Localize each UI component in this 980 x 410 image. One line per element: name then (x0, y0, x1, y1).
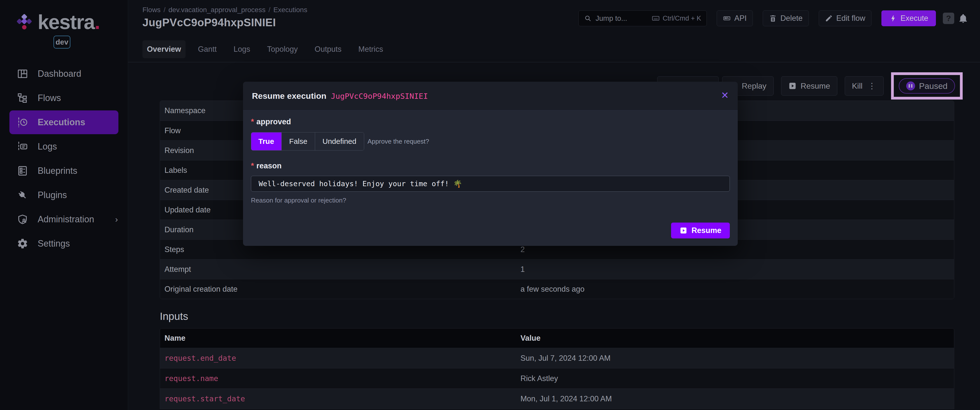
logs-icon (17, 141, 28, 152)
required-asterisk: * (251, 161, 254, 170)
sidebar-item-executions[interactable]: Executions (10, 110, 118, 134)
sidebar-item-plugins[interactable]: Plugins (0, 183, 128, 207)
sidebar-menu: Dashboard Flows Executions Logs (0, 62, 128, 256)
dashboard-icon (17, 68, 28, 79)
inputs-table: Name Value request.end_dateSun, Jul 7, 2… (160, 328, 954, 409)
pause-circle-icon (906, 81, 915, 91)
play-box-icon (788, 82, 797, 90)
approved-option-true[interactable]: True (251, 132, 282, 151)
modal-execution-id: JugPVcC9oP94hxpSINIEI (331, 92, 428, 100)
search-shortcut: Ctrl/Cmd + K (652, 14, 701, 22)
table-row: request.nameRick Astley (160, 368, 954, 388)
approved-segmented-control: True False Undefined (251, 132, 364, 151)
trash-icon (769, 14, 777, 22)
kill-button[interactable]: Kill ⋮ (845, 76, 884, 95)
required-asterisk: * (251, 118, 254, 126)
sidebar-item-flows[interactable]: Flows (0, 86, 128, 110)
kill-dropdown-icon[interactable]: ⋮ (868, 81, 877, 91)
execute-button[interactable]: Execute (881, 10, 936, 26)
tab-topology[interactable]: Topology (262, 40, 302, 58)
table-row: request.end_dateSun, Jul 7, 2024 12:00 A… (160, 348, 954, 368)
modal-body: * approved True False Undefined Approve … (243, 110, 738, 246)
close-icon[interactable]: ✕ (721, 91, 729, 100)
administration-icon (17, 214, 28, 225)
execution-tabs: Overview Gantt Logs Topology Outputs Met… (128, 37, 980, 62)
annotation-highlight-box: Paused (891, 72, 963, 100)
inputs-table-header: Name Value (160, 329, 954, 348)
tab-logs[interactable]: Logs (229, 40, 255, 58)
help-button[interactable]: ? (943, 13, 954, 24)
sidebar-item-logs[interactable]: Logs (0, 135, 128, 159)
breadcrumb-namespace[interactable]: dev.vacation_approval_process (169, 6, 266, 14)
approved-helper-text: Approve the request? (368, 138, 429, 145)
blueprints-icon (17, 165, 28, 176)
settings-icon (17, 238, 28, 249)
flows-icon (17, 92, 28, 104)
approved-control-row: True False Undefined Approve the request… (251, 132, 730, 151)
modal-header: Resume execution JugPVcC9oP94hxpSINIEI ✕ (243, 82, 738, 110)
api-icon (723, 14, 731, 22)
delete-button[interactable]: Delete (763, 10, 809, 26)
tab-metrics[interactable]: Metrics (354, 40, 388, 58)
sidebar-item-blueprints[interactable]: Blueprints (0, 159, 128, 183)
edit-flow-button[interactable]: Edit flow (819, 10, 872, 26)
kestra-logo-icon (16, 14, 32, 31)
sidebar-item-dashboard[interactable]: Dashboard (0, 62, 128, 86)
api-button[interactable]: API (717, 10, 753, 26)
kestra-app: kestra. dev Dashboard Flows Executions (0, 0, 980, 410)
approved-option-false[interactable]: False (282, 132, 315, 150)
kestra-logo-text: kestra. (38, 13, 100, 31)
resume-execution-modal: Resume execution JugPVcC9oP94hxpSINIEI ✕… (243, 82, 738, 246)
modal-resume-button[interactable]: Resume (671, 222, 730, 238)
executions-icon (17, 117, 28, 128)
play-box-icon (679, 227, 687, 234)
approved-field-label: * approved (251, 118, 730, 126)
kestra-logo[interactable]: kestra. (16, 13, 128, 31)
search-placeholder: Jump to... (595, 14, 627, 22)
search-input[interactable]: Jump to... Ctrl/Cmd + K (578, 10, 707, 26)
reason-field-label: * reason (251, 161, 730, 170)
reason-input[interactable]: Well-deserved holidays! Enjoy your time … (251, 176, 730, 192)
breadcrumb-executions[interactable]: Executions (273, 6, 307, 14)
sidebar-item-settings[interactable]: Settings (0, 232, 128, 256)
tab-gantt[interactable]: Gantt (194, 40, 221, 58)
pencil-icon (825, 14, 833, 22)
plugins-icon (17, 189, 28, 201)
lightning-icon (889, 14, 897, 22)
approved-option-undefined[interactable]: Undefined (315, 132, 364, 150)
notifications-bell-icon[interactable] (958, 13, 968, 23)
breadcrumb-flows[interactable]: Flows (142, 6, 161, 14)
tab-overview[interactable]: Overview (142, 40, 186, 58)
modal-title: Resume execution (252, 91, 326, 101)
tab-outputs[interactable]: Outputs (310, 40, 346, 58)
table-row: request.start_dateMon, Jul 1, 2024 12:00… (160, 388, 954, 409)
environment-badge: dev (54, 36, 70, 49)
table-row: Attempt1 (160, 259, 954, 279)
modal-footer: Resume (671, 222, 730, 238)
keyboard-icon (652, 14, 660, 22)
search-icon (584, 14, 592, 22)
resume-button[interactable]: Resume (781, 76, 837, 95)
reason-helper-text: Reason for approval or rejection? (251, 197, 730, 204)
topbar: Flows/dev.vacation_approval_process/Exec… (128, 0, 980, 37)
table-row: Original creation datea few seconds ago (160, 279, 954, 299)
inputs-heading: Inputs (160, 310, 954, 323)
status-badge-paused: Paused (899, 78, 955, 94)
topbar-actions: Jump to... Ctrl/Cmd + K API Delete E (578, 10, 968, 26)
chevron-right-icon: › (115, 215, 118, 224)
sidebar-item-administration[interactable]: Administration › (0, 208, 128, 231)
sidebar: kestra. dev Dashboard Flows Executions (0, 0, 128, 410)
